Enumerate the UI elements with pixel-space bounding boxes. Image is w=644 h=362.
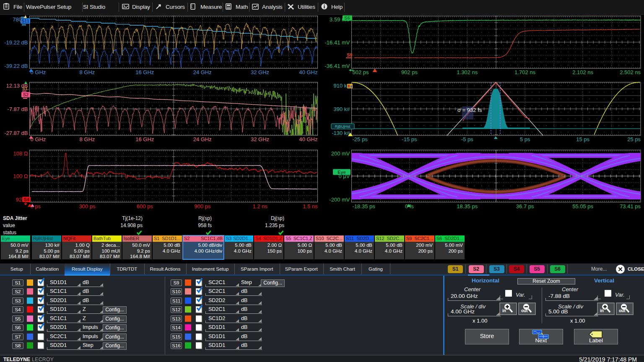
svg-text:Eye: Eye	[338, 170, 346, 175]
svg-text:S1.: S1.	[22, 86, 29, 91]
svg-text:Tj(1e-12): Tj(1e-12)	[122, 215, 143, 221]
svg-text:-130 k#: -130 k#	[332, 130, 350, 136]
svg-text:92: 92	[16, 197, 22, 203]
svg-text:in: in	[502, 308, 506, 313]
svg-text:1.5 ns: 1.5 ns	[303, 203, 318, 209]
svg-text:1.235 ps: 1.235 ps	[265, 222, 284, 228]
svg-text:-16.41 mV: -16.41 mV	[325, 39, 350, 46]
svg-text:2.502 ns: 2.502 ns	[620, 69, 641, 75]
svg-text:S9: S9	[347, 52, 352, 57]
svg-text:24 GHz: 24 GHz	[193, 69, 212, 75]
svg-text:0 GHz: 0 GHz	[31, 136, 46, 142]
svg-text:502 ps: 502 ps	[353, 69, 369, 75]
svg-text:902 ps: 902 ps	[401, 69, 418, 75]
svg-text:200 mV: 200 mV	[331, 150, 350, 157]
svg-text:40 GHz: 40 GHz	[299, 136, 317, 142]
svg-text:-18.35 ps: -18.35 ps	[353, 203, 376, 209]
svg-text:S4: S4	[23, 197, 29, 202]
svg-text:16 GHz: 16 GHz	[135, 136, 154, 142]
svg-text:100 Ω: 100 Ω	[13, 173, 28, 179]
svg-text:15 ps: 15 ps	[576, 136, 589, 142]
svg-text:RjBUjHst: RjBUjHst	[335, 124, 351, 129]
svg-text:SDA Jitter: SDA Jitter	[3, 215, 27, 221]
svg-text:32 GHz: 32 GHz	[251, 136, 269, 142]
svg-text:958 fs: 958 fs	[198, 222, 212, 228]
svg-text:32 GHz: 32 GHz	[251, 69, 269, 75]
svg-text:25 ps: 25 ps	[627, 136, 641, 142]
svg-text:status: status	[3, 230, 16, 235]
svg-text:Dj(sp): Dj(sp)	[271, 215, 284, 221]
svg-text:1.702 ns: 1.702 ns	[514, 69, 535, 75]
svg-text:σ = 932 fs: σ = 932 fs	[457, 107, 482, 113]
svg-text:S2: S2	[23, 92, 29, 97]
svg-text:-36.41 mV: -36.41 mV	[325, 63, 350, 69]
svg-text:600 ps: 600 ps	[137, 203, 153, 209]
svg-text:40 GHz: 40 GHz	[299, 69, 317, 75]
svg-text:out: out	[521, 308, 528, 313]
svg-text:S6: S6	[344, 16, 350, 21]
svg-text:-7.87 dB: -7.87 dB	[7, 106, 28, 112]
svg-text:2.102 ns: 2.102 ns	[572, 69, 593, 75]
svg-text:-200 mV: -200 mV	[329, 197, 350, 203]
svg-text:8 GHz: 8 GHz	[79, 69, 95, 75]
svg-text:300 ps: 300 ps	[79, 203, 96, 209]
svg-text:1.302 ns: 1.302 ns	[457, 69, 478, 75]
svg-text:-5 ps: -5 ps	[461, 136, 473, 142]
svg-text:-27.87 dB: -27.87 dB	[4, 130, 28, 136]
svg-text:0 GHz: 0 GHz	[31, 69, 46, 75]
svg-text:73.41 ps: 73.41 ps	[620, 203, 641, 209]
svg-text:in: in	[600, 308, 604, 313]
svg-text:390 k#: 390 k#	[333, 106, 350, 112]
svg-text:24 GHz: 24 GHz	[193, 136, 212, 142]
svg-text:18.35 ps: 18.35 ps	[457, 203, 478, 209]
svg-text:-19.22 dB: -19.22 dB	[4, 39, 28, 46]
svg-text:14.908 ps: 14.908 ps	[120, 222, 143, 228]
svg-text:55.05 ps: 55.05 ps	[572, 203, 593, 209]
svg-text:16 GHz: 16 GHz	[135, 69, 154, 75]
svg-text:-15 ps: -15 ps	[402, 136, 417, 142]
svg-text:36.7 ps: 36.7 ps	[516, 203, 534, 209]
svg-text:Rj(sp): Rj(sp)	[198, 215, 212, 221]
svg-text:8 GHz: 8 GHz	[79, 136, 95, 142]
svg-text:1.2 ns: 1.2 ns	[252, 203, 267, 209]
svg-text:value: value	[3, 222, 15, 228]
svg-text:108 Ω: 108 Ω	[13, 150, 28, 157]
svg-text:-39.22 dB: -39.22 dB	[4, 63, 28, 69]
svg-text:-25 ps: -25 ps	[353, 136, 368, 142]
svg-text:900 ps: 900 ps	[194, 203, 211, 209]
svg-text:S11: S11	[21, 18, 29, 23]
svg-text:5 ps: 5 ps	[520, 136, 530, 142]
svg-text:out: out	[619, 308, 626, 313]
